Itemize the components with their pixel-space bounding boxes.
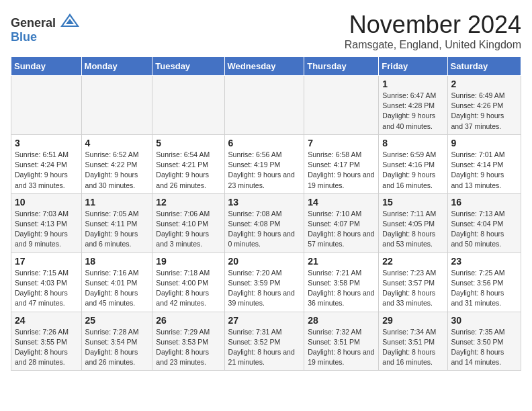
- day-cell: 14Sunrise: 7:10 AM Sunset: 4:07 PM Dayli…: [304, 193, 379, 253]
- calendar-table: Sunday Monday Tuesday Wednesday Thursday…: [11, 56, 521, 371]
- day-number: 21: [308, 256, 375, 267]
- day-info: Sunrise: 6:51 AM Sunset: 4:24 PM Dayligh…: [15, 150, 78, 191]
- day-number: 1: [382, 79, 443, 89]
- day-info: Sunrise: 7:16 AM Sunset: 4:01 PM Dayligh…: [85, 268, 149, 309]
- day-cell: 13Sunrise: 7:08 AM Sunset: 4:08 PM Dayli…: [224, 193, 304, 253]
- day-info: Sunrise: 6:56 AM Sunset: 4:19 PM Dayligh…: [228, 150, 301, 191]
- day-cell: 4Sunrise: 6:52 AM Sunset: 4:22 PM Daylig…: [81, 134, 152, 193]
- location-title: Ramsgate, England, United Kingdom: [345, 39, 521, 51]
- header: General Blue November 2024 Ramsgate, Eng…: [11, 11, 521, 51]
- header-monday: Monday: [81, 57, 152, 76]
- day-cell: 8Sunrise: 6:59 AM Sunset: 4:16 PM Daylig…: [379, 134, 447, 193]
- day-info: Sunrise: 7:31 AM Sunset: 3:52 PM Dayligh…: [228, 327, 301, 368]
- calendar-body: 1Sunrise: 6:47 AM Sunset: 4:28 PM Daylig…: [11, 76, 521, 371]
- header-thursday: Thursday: [304, 57, 379, 76]
- day-info: Sunrise: 7:20 AM Sunset: 3:59 PM Dayligh…: [228, 268, 301, 309]
- day-info: Sunrise: 7:23 AM Sunset: 3:57 PM Dayligh…: [382, 268, 443, 309]
- month-title: November 2024: [345, 11, 521, 39]
- logo-general-text: General: [11, 16, 56, 30]
- day-number: 30: [451, 315, 517, 326]
- day-number: 28: [308, 315, 375, 326]
- header-wednesday: Wednesday: [224, 57, 304, 76]
- day-info: Sunrise: 7:32 AM Sunset: 3:51 PM Dayligh…: [308, 327, 375, 368]
- day-number: 7: [308, 138, 375, 148]
- day-info: Sunrise: 6:52 AM Sunset: 4:22 PM Dayligh…: [85, 150, 149, 191]
- day-cell: 22Sunrise: 7:23 AM Sunset: 3:57 PM Dayli…: [379, 253, 447, 312]
- header-sunday: Sunday: [11, 57, 82, 76]
- day-number: 2: [451, 79, 517, 89]
- day-cell: 7Sunrise: 6:58 AM Sunset: 4:17 PM Daylig…: [304, 134, 379, 193]
- day-info: Sunrise: 7:08 AM Sunset: 4:08 PM Dayligh…: [228, 209, 301, 250]
- day-cell: 6Sunrise: 6:56 AM Sunset: 4:19 PM Daylig…: [224, 134, 304, 193]
- day-info: Sunrise: 7:18 AM Sunset: 4:00 PM Dayligh…: [156, 268, 220, 309]
- day-number: 6: [228, 138, 301, 148]
- day-info: Sunrise: 7:21 AM Sunset: 3:58 PM Dayligh…: [308, 268, 375, 309]
- day-info: Sunrise: 6:47 AM Sunset: 4:28 PM Dayligh…: [382, 91, 443, 132]
- day-number: 14: [308, 197, 375, 208]
- day-cell: 18Sunrise: 7:16 AM Sunset: 4:01 PM Dayli…: [81, 253, 152, 312]
- day-cell: 5Sunrise: 6:54 AM Sunset: 4:21 PM Daylig…: [152, 134, 224, 193]
- day-info: Sunrise: 7:25 AM Sunset: 3:56 PM Dayligh…: [451, 268, 517, 309]
- day-info: Sunrise: 7:29 AM Sunset: 3:53 PM Dayligh…: [156, 327, 220, 368]
- day-info: Sunrise: 6:54 AM Sunset: 4:21 PM Dayligh…: [156, 150, 220, 191]
- day-cell: 1Sunrise: 6:47 AM Sunset: 4:28 PM Daylig…: [379, 76, 447, 135]
- day-cell: [304, 76, 379, 135]
- day-number: 22: [382, 256, 443, 267]
- day-cell: 25Sunrise: 7:28 AM Sunset: 3:54 PM Dayli…: [81, 312, 152, 371]
- day-info: Sunrise: 7:28 AM Sunset: 3:54 PM Dayligh…: [85, 327, 149, 368]
- day-cell: 30Sunrise: 7:35 AM Sunset: 3:50 PM Dayli…: [447, 312, 521, 371]
- week-row-1: 1Sunrise: 6:47 AM Sunset: 4:28 PM Daylig…: [11, 76, 521, 135]
- day-number: 5: [156, 138, 220, 148]
- day-cell: 3Sunrise: 6:51 AM Sunset: 4:24 PM Daylig…: [11, 134, 82, 193]
- week-row-4: 17Sunrise: 7:15 AM Sunset: 4:03 PM Dayli…: [11, 253, 521, 312]
- day-info: Sunrise: 7:13 AM Sunset: 4:04 PM Dayligh…: [451, 209, 517, 250]
- day-number: 20: [228, 256, 301, 267]
- week-row-5: 24Sunrise: 7:26 AM Sunset: 3:55 PM Dayli…: [11, 312, 521, 371]
- day-info: Sunrise: 7:35 AM Sunset: 3:50 PM Dayligh…: [451, 327, 517, 368]
- day-cell: 23Sunrise: 7:25 AM Sunset: 3:56 PM Dayli…: [447, 253, 521, 312]
- day-cell: 2Sunrise: 6:49 AM Sunset: 4:26 PM Daylig…: [447, 76, 521, 135]
- week-row-3: 10Sunrise: 7:03 AM Sunset: 4:13 PM Dayli…: [11, 193, 521, 253]
- day-number: 11: [85, 197, 149, 208]
- day-info: Sunrise: 7:01 AM Sunset: 4:14 PM Dayligh…: [451, 150, 517, 191]
- day-cell: 10Sunrise: 7:03 AM Sunset: 4:13 PM Dayli…: [11, 193, 82, 253]
- logo-icon: [60, 13, 79, 27]
- header-tuesday: Tuesday: [152, 57, 224, 76]
- day-cell: 21Sunrise: 7:21 AM Sunset: 3:58 PM Dayli…: [304, 253, 379, 312]
- day-info: Sunrise: 6:59 AM Sunset: 4:16 PM Dayligh…: [382, 150, 443, 191]
- header-row: Sunday Monday Tuesday Wednesday Thursday…: [11, 57, 521, 76]
- day-info: Sunrise: 6:58 AM Sunset: 4:17 PM Dayligh…: [308, 150, 375, 191]
- day-number: 13: [228, 197, 301, 208]
- day-info: Sunrise: 7:15 AM Sunset: 4:03 PM Dayligh…: [15, 268, 78, 309]
- day-info: Sunrise: 7:05 AM Sunset: 4:11 PM Dayligh…: [85, 209, 149, 250]
- day-number: 9: [451, 138, 517, 148]
- week-row-2: 3Sunrise: 6:51 AM Sunset: 4:24 PM Daylig…: [11, 134, 521, 193]
- day-number: 8: [382, 138, 443, 148]
- day-cell: [224, 76, 304, 135]
- day-number: 12: [156, 197, 220, 208]
- day-cell: 11Sunrise: 7:05 AM Sunset: 4:11 PM Dayli…: [81, 193, 152, 253]
- day-number: 15: [382, 197, 443, 208]
- day-cell: 16Sunrise: 7:13 AM Sunset: 4:04 PM Dayli…: [447, 193, 521, 253]
- day-cell: 17Sunrise: 7:15 AM Sunset: 4:03 PM Dayli…: [11, 253, 82, 312]
- day-cell: 26Sunrise: 7:29 AM Sunset: 3:53 PM Dayli…: [152, 312, 224, 371]
- day-info: Sunrise: 7:10 AM Sunset: 4:07 PM Dayligh…: [308, 209, 375, 250]
- day-number: 3: [15, 138, 78, 148]
- day-info: Sunrise: 6:49 AM Sunset: 4:26 PM Dayligh…: [451, 91, 517, 132]
- logo: General Blue: [11, 13, 79, 44]
- day-cell: [81, 76, 152, 135]
- day-cell: 19Sunrise: 7:18 AM Sunset: 4:00 PM Dayli…: [152, 253, 224, 312]
- day-number: 10: [15, 197, 78, 208]
- day-number: 18: [85, 256, 149, 267]
- day-number: 19: [156, 256, 220, 267]
- day-number: 29: [382, 315, 443, 326]
- day-info: Sunrise: 7:03 AM Sunset: 4:13 PM Dayligh…: [15, 209, 78, 250]
- day-cell: 9Sunrise: 7:01 AM Sunset: 4:14 PM Daylig…: [447, 134, 521, 193]
- day-number: 16: [451, 197, 517, 208]
- day-cell: [11, 76, 82, 135]
- day-cell: 20Sunrise: 7:20 AM Sunset: 3:59 PM Dayli…: [224, 253, 304, 312]
- day-info: Sunrise: 7:11 AM Sunset: 4:05 PM Dayligh…: [382, 209, 443, 250]
- day-number: 4: [85, 138, 149, 148]
- title-area: November 2024 Ramsgate, England, United …: [345, 11, 521, 51]
- day-info: Sunrise: 7:26 AM Sunset: 3:55 PM Dayligh…: [15, 327, 78, 368]
